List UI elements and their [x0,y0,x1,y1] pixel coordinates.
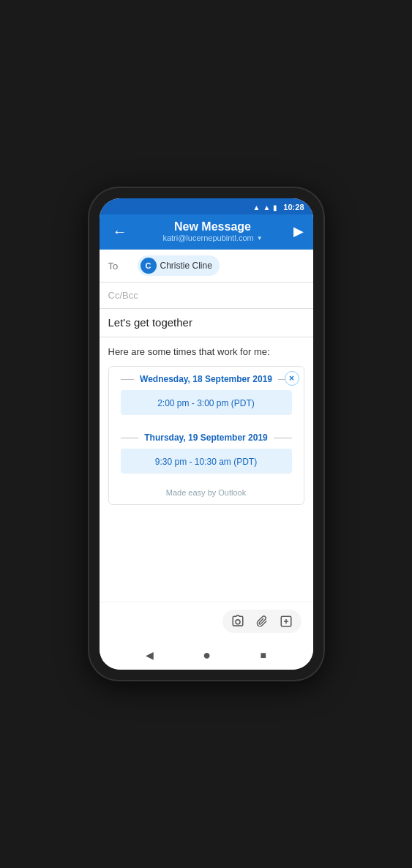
date-divider-1: Wednesday, 18 September 2019 [121,374,292,384]
nav-home-button[interactable]: ● [203,648,211,663]
header-center: New Message katri@lucernepubintl.com ▼ [162,220,262,242]
date-section-1: Wednesday, 18 September 2019 2:00 pm - 3… [109,367,304,425]
recipient-chip[interactable]: C Christie Cline [138,255,220,276]
camera-button[interactable] [231,615,244,628]
divider-line-left-2 [121,438,139,438]
cc-field[interactable]: Cc/Bcc [100,283,313,309]
time-text-1: 2:00 pm - 3:00 pm (PDT) [157,398,255,408]
status-bar: ▲ ▲ ▮ 10:28 [100,198,313,214]
date-divider-2: Thursday, 19 September 2019 [121,433,292,443]
back-button[interactable]: ← [108,222,132,242]
nav-bar: ◀ ● ■ [100,640,313,670]
email-body[interactable]: Here are some times that work for me: × … [100,337,313,602]
nav-back-button[interactable]: ◀ [146,649,154,661]
battery-icon: ▮ [273,203,277,212]
date-label-1: Wednesday, 18 September 2019 [140,374,272,384]
send-button[interactable]: ▶ [293,223,304,239]
time-text-2: 9:30 pm - 10:30 am (PDT) [155,457,257,467]
bottom-toolbar [100,602,313,640]
to-field[interactable]: To C Christie Cline [100,250,313,283]
card-footer: Made easy by Outlook [109,484,304,504]
header-account[interactable]: katri@lucernepubintl.com ▼ [162,233,262,242]
account-dropdown-icon: ▼ [257,235,263,242]
phone-frame: ▲ ▲ ▮ 10:28 ← New Message katri@lucernep… [89,188,323,680]
subject-field[interactable]: Let's get together [100,309,313,337]
add-button[interactable] [280,615,293,628]
status-icons: ▲ ▲ ▮ 10:28 [253,203,304,212]
header-title: New Message [174,220,251,233]
subject-text: Let's get together [108,316,192,329]
wifi-icon: ▲ [253,203,261,212]
time-slot-2[interactable]: 9:30 pm - 10:30 am (PDT) [121,449,292,474]
to-label: To [108,261,132,272]
date-section-2: Thursday, 19 September 2019 9:30 pm - 10… [109,425,304,484]
cc-label: Cc/Bcc [108,290,138,301]
toolbar-buttons [222,610,301,633]
recipient-avatar: C [141,258,157,274]
attach-button[interactable] [256,614,268,629]
date-label-2: Thursday, 19 September 2019 [144,433,268,443]
app-header: ← New Message katri@lucernepubintl.com ▼… [100,214,313,250]
account-email: katri@lucernepubintl.com [162,233,253,242]
nav-recents-button[interactable]: ■ [260,649,266,661]
time-slot-1[interactable]: 2:00 pm - 3:00 pm (PDT) [121,390,292,415]
body-intro: Here are some times that work for me: [108,346,304,357]
divider-line-right-2 [274,438,292,438]
recipient-name: Christie Cline [160,261,212,271]
divider-line-left-1 [121,379,135,380]
calendar-card: × Wednesday, 18 September 2019 2:00 pm -… [108,366,304,505]
status-time: 10:28 [283,203,304,212]
card-close-button[interactable]: × [285,371,299,386]
signal-icon: ▲ [263,203,270,212]
phone-screen: ▲ ▲ ▮ 10:28 ← New Message katri@lucernep… [100,198,313,670]
svg-point-0 [236,620,240,624]
